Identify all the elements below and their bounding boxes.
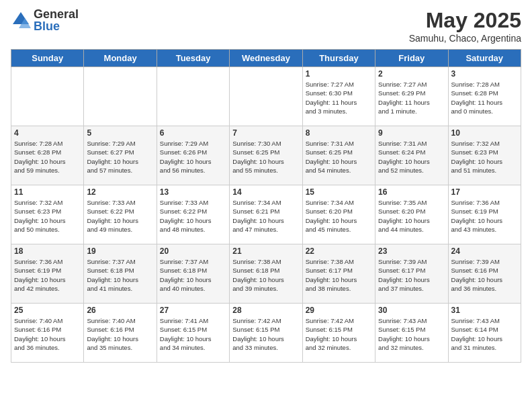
day-number: 7 [232,128,299,138]
day-info: Sunrise: 7:30 AM Sunset: 6:25 PM Dayligh… [232,139,299,175]
calendar-cell: 10Sunrise: 7:32 AM Sunset: 6:23 PM Dayli… [448,126,521,185]
calendar-cell: 1Sunrise: 7:27 AM Sunset: 6:30 PM Daylig… [302,67,375,126]
day-number: 25 [14,306,81,315]
calendar-cell: 24Sunrise: 7:39 AM Sunset: 6:16 PM Dayli… [448,244,521,304]
day-info: Sunrise: 7:33 AM Sunset: 6:22 PM Dayligh… [87,198,153,234]
day-number: 6 [160,128,226,138]
day-number: 23 [378,246,445,256]
logo-blue: Blue [34,20,79,32]
day-number: 30 [378,306,445,315]
day-number: 13 [160,187,226,197]
day-info: Sunrise: 7:28 AM Sunset: 6:28 PM Dayligh… [14,139,81,175]
day-info: Sunrise: 7:33 AM Sunset: 6:22 PM Dayligh… [160,198,226,234]
calendar-cell: 4Sunrise: 7:28 AM Sunset: 6:28 PM Daylig… [11,126,84,185]
day-info: Sunrise: 7:39 AM Sunset: 6:16 PM Dayligh… [451,257,518,293]
calendar-cell: 9Sunrise: 7:31 AM Sunset: 6:24 PM Daylig… [375,126,448,185]
day-number: 3 [451,69,518,79]
day-number: 28 [232,306,299,315]
day-info: Sunrise: 7:27 AM Sunset: 6:29 PM Dayligh… [378,80,445,116]
day-header-tuesday: Tuesday [157,50,229,67]
day-info: Sunrise: 7:41 AM Sunset: 6:15 PM Dayligh… [160,316,226,352]
day-number: 11 [14,187,81,197]
day-number: 31 [451,306,518,315]
day-info: Sunrise: 7:27 AM Sunset: 6:30 PM Dayligh… [306,80,372,116]
day-info: Sunrise: 7:36 AM Sunset: 6:19 PM Dayligh… [451,198,518,234]
calendar-cell: 14Sunrise: 7:34 AM Sunset: 6:21 PM Dayli… [230,185,302,244]
page: General Blue May 2025 Samuhu, Chaco, Arg… [0,0,532,411]
calendar-cell: 23Sunrise: 7:39 AM Sunset: 6:17 PM Dayli… [375,244,448,304]
calendar: SundayMondayTuesdayWednesdayThursdayFrid… [11,49,521,363]
day-number: 12 [87,187,153,197]
day-info: Sunrise: 7:39 AM Sunset: 6:17 PM Dayligh… [378,257,445,293]
logo-icon [11,10,31,30]
day-info: Sunrise: 7:34 AM Sunset: 6:20 PM Dayligh… [306,198,372,234]
day-number: 20 [160,246,226,256]
calendar-week-1: 4Sunrise: 7:28 AM Sunset: 6:28 PM Daylig… [11,126,521,185]
day-info: Sunrise: 7:36 AM Sunset: 6:19 PM Dayligh… [14,257,81,293]
day-number: 27 [160,306,226,315]
calendar-cell: 19Sunrise: 7:37 AM Sunset: 6:18 PM Dayli… [84,244,157,304]
day-info: Sunrise: 7:40 AM Sunset: 6:16 PM Dayligh… [87,316,153,352]
calendar-cell: 15Sunrise: 7:34 AM Sunset: 6:20 PM Dayli… [302,185,375,244]
day-header-thursday: Thursday [302,50,375,67]
calendar-cell [11,67,84,126]
calendar-cell: 21Sunrise: 7:38 AM Sunset: 6:18 PM Dayli… [230,244,302,304]
calendar-cell: 30Sunrise: 7:43 AM Sunset: 6:15 PM Dayli… [375,304,448,363]
day-number: 9 [378,128,445,138]
day-number: 18 [14,246,81,256]
day-number: 26 [87,306,153,315]
day-number: 29 [306,306,372,315]
day-info: Sunrise: 7:38 AM Sunset: 6:18 PM Dayligh… [232,257,299,293]
calendar-cell: 3Sunrise: 7:28 AM Sunset: 6:28 PM Daylig… [448,67,521,126]
day-info: Sunrise: 7:42 AM Sunset: 6:15 PM Dayligh… [306,316,372,352]
day-info: Sunrise: 7:38 AM Sunset: 6:17 PM Dayligh… [306,257,372,293]
calendar-cell: 31Sunrise: 7:43 AM Sunset: 6:14 PM Dayli… [448,304,521,363]
calendar-cell [230,67,302,126]
day-info: Sunrise: 7:37 AM Sunset: 6:18 PM Dayligh… [87,257,153,293]
day-info: Sunrise: 7:42 AM Sunset: 6:15 PM Dayligh… [232,316,299,352]
calendar-cell: 22Sunrise: 7:38 AM Sunset: 6:17 PM Dayli… [302,244,375,304]
calendar-cell: 20Sunrise: 7:37 AM Sunset: 6:18 PM Dayli… [157,244,229,304]
logo-text: General Blue [34,8,79,32]
day-info: Sunrise: 7:35 AM Sunset: 6:20 PM Dayligh… [378,198,445,234]
day-info: Sunrise: 7:37 AM Sunset: 6:18 PM Dayligh… [160,257,226,293]
calendar-cell: 2Sunrise: 7:27 AM Sunset: 6:29 PM Daylig… [375,67,448,126]
day-number: 21 [232,246,299,256]
day-number: 8 [306,128,372,138]
calendar-cell: 8Sunrise: 7:31 AM Sunset: 6:25 PM Daylig… [302,126,375,185]
calendar-cell: 13Sunrise: 7:33 AM Sunset: 6:22 PM Dayli… [157,185,229,244]
calendar-cell: 29Sunrise: 7:42 AM Sunset: 6:15 PM Dayli… [302,304,375,363]
calendar-cell: 12Sunrise: 7:33 AM Sunset: 6:22 PM Dayli… [84,185,157,244]
day-number: 2 [378,69,445,79]
day-number: 14 [232,187,299,197]
day-info: Sunrise: 7:40 AM Sunset: 6:16 PM Dayligh… [14,316,81,352]
day-info: Sunrise: 7:31 AM Sunset: 6:24 PM Dayligh… [378,139,445,175]
day-info: Sunrise: 7:28 AM Sunset: 6:28 PM Dayligh… [451,80,518,116]
day-info: Sunrise: 7:43 AM Sunset: 6:15 PM Dayligh… [378,316,445,352]
calendar-week-3: 18Sunrise: 7:36 AM Sunset: 6:19 PM Dayli… [11,244,521,304]
subtitle: Samuhu, Chaco, Argentina [409,33,521,44]
day-header-sunday: Sunday [11,50,84,67]
calendar-week-0: 1Sunrise: 7:27 AM Sunset: 6:30 PM Daylig… [11,67,521,126]
calendar-cell: 6Sunrise: 7:29 AM Sunset: 6:26 PM Daylig… [157,126,229,185]
calendar-cell: 7Sunrise: 7:30 AM Sunset: 6:25 PM Daylig… [230,126,302,185]
day-number: 4 [14,128,81,138]
day-number: 19 [87,246,153,256]
calendar-cell [84,67,157,126]
day-info: Sunrise: 7:43 AM Sunset: 6:14 PM Dayligh… [451,316,518,352]
title-block: May 2025 Samuhu, Chaco, Argentina [409,8,521,44]
day-header-monday: Monday [84,50,157,67]
calendar-cell: 16Sunrise: 7:35 AM Sunset: 6:20 PM Dayli… [375,185,448,244]
calendar-week-2: 11Sunrise: 7:32 AM Sunset: 6:23 PM Dayli… [11,185,521,244]
day-number: 15 [306,187,372,197]
day-number: 24 [451,246,518,256]
calendar-cell: 26Sunrise: 7:40 AM Sunset: 6:16 PM Dayli… [84,304,157,363]
day-info: Sunrise: 7:34 AM Sunset: 6:21 PM Dayligh… [232,198,299,234]
header: General Blue May 2025 Samuhu, Chaco, Arg… [11,8,521,44]
day-number: 17 [451,187,518,197]
calendar-cell: 27Sunrise: 7:41 AM Sunset: 6:15 PM Dayli… [157,304,229,363]
calendar-cell: 25Sunrise: 7:40 AM Sunset: 6:16 PM Dayli… [11,304,84,363]
calendar-cell: 28Sunrise: 7:42 AM Sunset: 6:15 PM Dayli… [230,304,302,363]
day-number: 5 [87,128,153,138]
day-number: 22 [306,246,372,256]
